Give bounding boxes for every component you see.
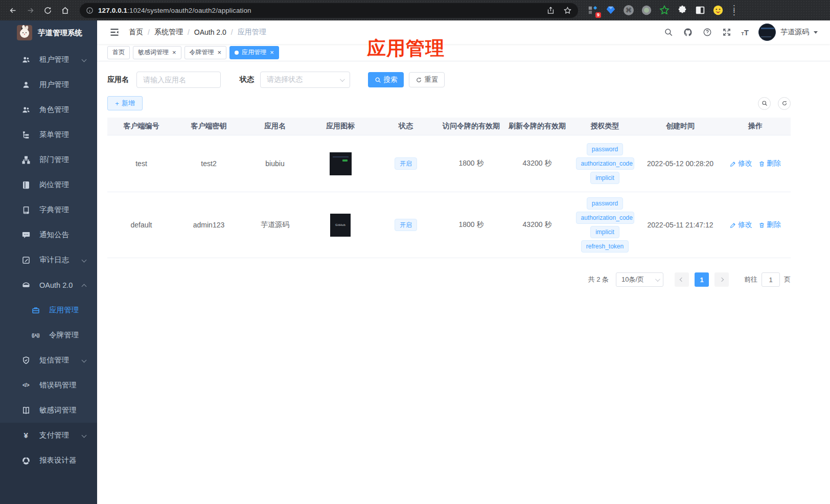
page-number-current[interactable]: 1 bbox=[695, 272, 709, 287]
status-select[interactable]: 请选择状态 bbox=[260, 72, 350, 88]
search-icon[interactable] bbox=[663, 28, 673, 37]
next-page-button[interactable] bbox=[714, 272, 729, 287]
font-size-icon[interactable]: TT bbox=[741, 29, 749, 36]
sidebar-item-notice[interactable]: 通知公告 bbox=[0, 222, 97, 247]
tab-app[interactable]: 应用管理× bbox=[229, 46, 279, 59]
app-icon bbox=[31, 305, 40, 315]
cell-app-name: 芋道源码 bbox=[242, 197, 308, 253]
tab-home[interactable]: 首页 bbox=[107, 46, 130, 59]
sidebar-item-report[interactable]: 报表设计器 bbox=[0, 448, 97, 473]
delete-link[interactable]: 删除 bbox=[758, 220, 781, 230]
delete-link[interactable]: 删除 bbox=[758, 159, 781, 168]
grant-type-tag: refresh_token bbox=[581, 240, 629, 253]
column-header: 应用名 bbox=[242, 118, 308, 135]
browser-reload-icon[interactable] bbox=[40, 3, 55, 18]
sidebar-item-label: 岗位管理 bbox=[39, 180, 69, 190]
grant-type-tag: implicit bbox=[590, 172, 619, 184]
extension-badge: 9 bbox=[595, 12, 601, 18]
fullscreen-icon[interactable] bbox=[722, 28, 731, 37]
sidebar-item-label: OAuth 2.0 bbox=[39, 281, 73, 289]
chevron-left-icon bbox=[680, 278, 684, 282]
refresh-icon bbox=[416, 77, 422, 83]
chevron-down-icon bbox=[340, 77, 345, 82]
close-icon[interactable]: × bbox=[172, 49, 176, 56]
breadcrumb-item[interactable]: 系统管理 bbox=[154, 28, 183, 37]
profile-avatar-icon[interactable] bbox=[712, 5, 724, 16]
search-button[interactable]: 搜索 bbox=[368, 72, 404, 87]
cell-app-icon bbox=[308, 135, 373, 192]
role-icon bbox=[21, 105, 31, 114]
extension-star-icon[interactable] bbox=[659, 5, 670, 16]
edit-icon bbox=[730, 222, 736, 228]
cell-create-time: 2022-05-11 21:47:12 bbox=[639, 197, 721, 253]
sidebar-item-errcode[interactable]: </>错误码管理 bbox=[0, 373, 97, 398]
edit-link[interactable]: 修改 bbox=[730, 159, 752, 168]
extension-command-icon[interactable]: ⌘ bbox=[623, 5, 634, 16]
sidebar-item-user[interactable]: 用户管理 bbox=[0, 72, 97, 97]
goto-page-input[interactable] bbox=[762, 272, 780, 287]
sidebar-item-dict[interactable]: 字典管理 bbox=[0, 197, 97, 222]
cell-app-icon: GitHub bbox=[308, 197, 373, 253]
app-logo[interactable]: 芋道管理系统 bbox=[0, 20, 97, 45]
extension-gem-icon[interactable] bbox=[605, 5, 616, 16]
address-bar[interactable]: 127.0.0.1:1024/system/oauth2/oauth2/appl… bbox=[80, 3, 578, 18]
toggle-search-button[interactable] bbox=[758, 97, 771, 110]
site-info-icon[interactable] bbox=[86, 7, 94, 14]
help-icon[interactable] bbox=[702, 28, 712, 37]
trash-icon bbox=[758, 222, 765, 228]
navbar-actions: TT 芋道源码 bbox=[663, 24, 818, 41]
sidebar-item-label: 支付管理 bbox=[39, 430, 69, 440]
notice-icon bbox=[21, 230, 31, 240]
cell-grant-types: passwordauthorization_codeimplicitrefres… bbox=[570, 192, 639, 258]
sidebar-item-oauth2-app[interactable]: 应用管理 bbox=[0, 297, 97, 323]
extension-puzzle-icon[interactable] bbox=[677, 5, 688, 16]
breadcrumb-item[interactable]: 首页 bbox=[129, 28, 143, 37]
sidebar-item-oauth2[interactable]: OAuth 2.0 bbox=[0, 272, 97, 297]
table-row: defaultadmin123芋道源码GitHub开启1800 秒43200 秒… bbox=[107, 192, 791, 258]
search-icon bbox=[762, 100, 768, 106]
search-icon bbox=[375, 77, 381, 83]
github-icon[interactable] bbox=[683, 28, 693, 37]
sidebar-item-oauth2-token[interactable]: ((A))令牌管理 bbox=[0, 323, 97, 348]
bookmark-star-icon[interactable] bbox=[563, 6, 572, 15]
sidebar-item-audit-log[interactable]: 审计日志 bbox=[0, 247, 97, 272]
main-content: 应用管理 首页/系统管理/OAuth 2.0/应用管理 TT 芋道源码 bbox=[97, 20, 830, 504]
column-header: 操作 bbox=[721, 118, 790, 135]
user-dropdown[interactable]: 芋道源码 bbox=[758, 24, 818, 41]
extension-record-icon[interactable] bbox=[641, 5, 652, 16]
browser-home-icon[interactable] bbox=[57, 3, 73, 18]
app-name-input[interactable] bbox=[136, 72, 221, 88]
share-icon[interactable] bbox=[546, 6, 555, 15]
sidebar-item-sms[interactable]: 短信管理 bbox=[0, 348, 97, 373]
chevron-up-icon bbox=[82, 284, 87, 289]
chevron-down-icon bbox=[82, 358, 87, 363]
cell-actions: 修改删除 bbox=[721, 197, 790, 253]
breadcrumb-item[interactable]: OAuth 2.0 bbox=[194, 28, 226, 36]
edit-link[interactable]: 修改 bbox=[730, 220, 752, 230]
sidebar-item-dept[interactable]: 部门管理 bbox=[0, 147, 97, 172]
extension-grid-icon[interactable]: 9 bbox=[587, 5, 598, 16]
tab-sensitive[interactable]: 敏感词管理× bbox=[133, 46, 181, 59]
sidebar-item-tenant[interactable]: 租户管理 bbox=[0, 47, 97, 72]
refresh-table-button[interactable] bbox=[778, 97, 791, 110]
browser-menu-icon[interactable]: ⋮⋮ bbox=[730, 6, 737, 15]
reset-button[interactable]: 重置 bbox=[409, 72, 445, 87]
browser-extensions: 9 ⌘ ⋮⋮ bbox=[587, 5, 737, 16]
browser-back-icon[interactable] bbox=[5, 3, 20, 18]
tab-token[interactable]: 令牌管理× bbox=[185, 46, 227, 59]
sidebar-item-pay[interactable]: ¥支付管理 bbox=[0, 423, 97, 448]
sidebar-item-menu[interactable]: 菜单管理 bbox=[0, 122, 97, 147]
browser-forward-icon[interactable] bbox=[22, 3, 38, 18]
sidebar-item-post[interactable]: 岗位管理 bbox=[0, 172, 97, 197]
page-size-select[interactable]: 10条/页 bbox=[616, 272, 663, 287]
sidebar-item-sensitive[interactable]: 敏感词管理 bbox=[0, 398, 97, 423]
prev-page-button[interactable] bbox=[675, 272, 689, 287]
sidebar-item-role[interactable]: 角色管理 bbox=[0, 97, 97, 122]
add-button[interactable]: + 新增 bbox=[107, 96, 143, 110]
close-icon[interactable]: × bbox=[218, 49, 222, 56]
collapse-sidebar-icon[interactable] bbox=[109, 27, 120, 37]
grant-type-tag: authorization_code bbox=[576, 212, 634, 224]
column-header: 客户端编号 bbox=[107, 118, 175, 135]
side-panel-icon[interactable] bbox=[695, 5, 706, 16]
close-icon[interactable]: × bbox=[270, 49, 274, 56]
